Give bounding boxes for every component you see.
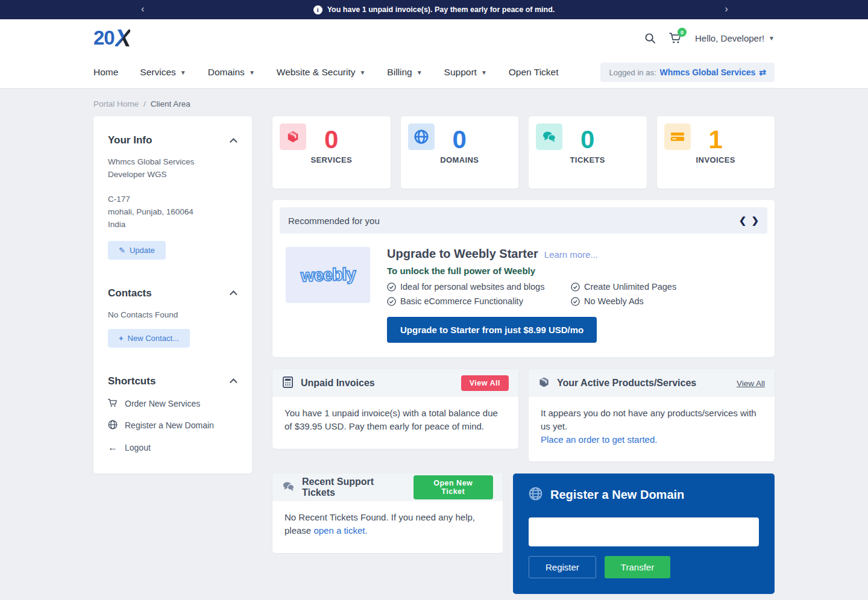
pencil-icon: ✎ [119, 246, 125, 255]
transfer-button[interactable]: Transfer [605, 556, 670, 578]
register-domain-panel: Register a New Domain Register Transfer [513, 473, 775, 594]
feature-item: Ideal for personal websites and blogs [387, 282, 571, 292]
nav-item-billing[interactable]: Billing▼ [387, 67, 422, 78]
breadcrumb-separator: / [143, 99, 146, 108]
nav-item-domains[interactable]: Domains▼ [208, 67, 255, 78]
nav-item-support[interactable]: Support▼ [444, 67, 487, 78]
shortcuts-header[interactable]: Shortcuts [108, 375, 237, 387]
comments-icon [536, 123, 562, 150]
credit-card-icon [664, 123, 691, 150]
notification-bar: ‹ i You have 1 unpaid invoice(s). Pay th… [0, 0, 868, 19]
upgrade-button[interactable]: Upgrade to Starter from just $8.99 USD/m… [387, 317, 597, 343]
register-domain-title: Register a New Domain [550, 488, 684, 502]
stat-card-services[interactable]: 0 SERVICES [272, 116, 391, 189]
box-icon [280, 123, 306, 150]
client-name: Whmcs Global Services [108, 156, 237, 169]
main-nav: Home Services▼ Domains▼ Website & Securi… [0, 57, 868, 89]
feature-item: Create Unlimited Pages [571, 282, 676, 292]
client-address-line1: C-177 [108, 193, 237, 206]
notification-message: i You have 1 unpaid invoice(s). Pay them… [313, 5, 555, 14]
logged-in-label: Logged in as: [609, 68, 656, 77]
info-icon: i [313, 5, 322, 14]
switch-account-icon: ⇄ [759, 67, 766, 77]
active-products-title: Your Active Products/Services [557, 378, 696, 389]
unpaid-invoices-panel: Unpaid Invoices View All You have 1 unpa… [272, 369, 518, 449]
notification-next-icon[interactable]: › [725, 2, 728, 16]
unpaid-invoices-text: You have 1 unpaid invoice(s) with a tota… [272, 397, 518, 449]
domains-label: DOMAINS [401, 155, 519, 164]
logged-in-user: Whmcs Global Services [660, 67, 756, 77]
notification-text: You have 1 unpaid invoice(s). Pay them e… [327, 5, 555, 14]
nav-item-home[interactable]: Home [93, 67, 118, 78]
upsell-title: Upgrade to Weebly Starter [387, 247, 538, 261]
notification-prev-icon[interactable]: ‹ [141, 2, 145, 16]
carousel-next-icon[interactable]: ❯ [751, 215, 759, 226]
shortcut-logout[interactable]: ← Logout [108, 442, 237, 453]
search-icon[interactable] [644, 33, 656, 44]
support-tickets-title: Recent Support Tickets [302, 477, 406, 498]
your-info-header[interactable]: Your Info [108, 134, 237, 146]
stat-card-domains[interactable]: 0 DOMAINS [401, 116, 519, 189]
nav-item-services[interactable]: Services▼ [140, 67, 186, 78]
globe-icon [529, 487, 542, 503]
carousel-prev-icon[interactable]: ❮ [739, 215, 747, 226]
contacts-header[interactable]: Contacts [108, 287, 237, 299]
calculator-icon [282, 377, 294, 390]
client-address-line2: mohali, Punjab, 160064 [108, 206, 237, 219]
active-products-text: It appears you do not have any products/… [541, 408, 756, 431]
check-circle-icon [387, 283, 396, 292]
cart-icon[interactable]: 0 [669, 32, 682, 44]
breadcrumb: Portal Home / Client Area [93, 99, 775, 108]
breadcrumb-home[interactable]: Portal Home [93, 99, 139, 108]
chevron-down-icon: ▼ [481, 69, 487, 76]
invoices-label: INVOICES [657, 155, 775, 164]
nav-item-open-ticket[interactable]: Open Ticket [509, 67, 559, 78]
client-address-line3: India [108, 219, 237, 231]
chevron-up-icon [230, 290, 237, 298]
tickets-label: TICKETS [529, 155, 647, 164]
account-menu[interactable]: Hello, Developer! ▼ [695, 33, 775, 43]
nav-item-website-security[interactable]: Website & Security▼ [277, 67, 366, 78]
shortcut-register-domain[interactable]: Register a New Domain [108, 420, 237, 431]
place-order-link[interactable]: Place an order to get started. [541, 434, 657, 445]
check-circle-icon [571, 283, 580, 292]
chevron-down-icon: ▼ [417, 69, 423, 76]
logo-text-x: X [115, 25, 131, 52]
chevron-up-icon [230, 378, 237, 386]
learn-more-link[interactable]: Learn more... [544, 249, 598, 260]
stat-card-tickets[interactable]: 0 TICKETS [529, 116, 647, 189]
register-button[interactable]: Register [529, 556, 596, 578]
chevron-down-icon: ▼ [359, 69, 365, 76]
update-button[interactable]: ✎ Update [108, 241, 166, 260]
check-circle-icon [387, 297, 396, 306]
unpaid-invoices-title: Unpaid Invoices [301, 378, 375, 389]
new-contact-button[interactable]: + New Contact... [108, 329, 190, 348]
feature-item: Basic eCommerce Functionality [387, 296, 571, 306]
view-all-products-link[interactable]: View All [737, 379, 765, 388]
stat-card-invoices[interactable]: 1 INVOICES [657, 116, 775, 189]
greeting-text: Hello, Developer! [695, 33, 764, 43]
chevron-up-icon [230, 138, 237, 146]
upsell-subtitle: To unlock the full power of Weebly [387, 266, 676, 276]
chevron-down-icon: ▼ [249, 69, 255, 76]
domain-search-input[interactable] [529, 517, 759, 546]
weebly-logo: weebly [286, 247, 370, 303]
chevron-down-icon: ▼ [180, 69, 186, 76]
open-ticket-link[interactable]: open a ticket. [313, 525, 367, 536]
shortcut-order-new-services[interactable]: Order New Services [108, 398, 237, 409]
no-contacts-text: No Contacts Found [108, 310, 237, 319]
logged-in-as[interactable]: Logged in as: Whmcs Global Services ⇄ [600, 63, 775, 82]
plus-icon: + [119, 334, 124, 343]
logo[interactable]: 20X [93, 25, 130, 52]
arrow-left-icon: ← [108, 442, 118, 453]
comments-icon [282, 481, 295, 495]
view-all-invoices-button[interactable]: View All [461, 375, 509, 391]
recommended-panel: Recommended for you ❮ ❯ weebly Upgrade t… [272, 200, 775, 357]
header: 20X 0 Hello, Developer! ▼ [0, 19, 868, 57]
box-icon [538, 377, 550, 390]
globe-icon [108, 420, 118, 431]
feature-item: No Weebly Ads [571, 296, 676, 306]
logo-text-20: 20 [93, 27, 115, 49]
support-tickets-panel: Recent Support Tickets Open New Ticket N… [272, 473, 503, 553]
open-new-ticket-button[interactable]: Open New Ticket [414, 475, 493, 499]
